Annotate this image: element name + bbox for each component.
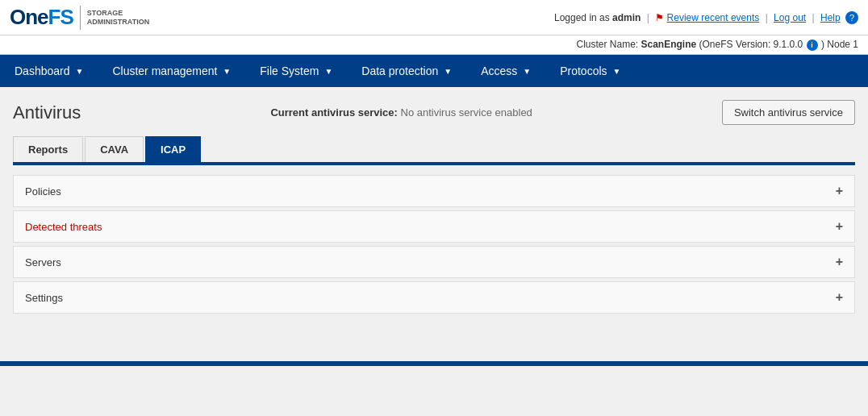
nav-file-system[interactable]: File System ▼ xyxy=(245,55,347,87)
bottom-bar xyxy=(0,361,868,366)
nav-access[interactable]: Access ▼ xyxy=(466,55,545,87)
accordion-header-detected-threats[interactable]: Detected threats + xyxy=(14,211,854,242)
nav-dashboard[interactable]: Dashboard ▼ xyxy=(0,55,98,87)
chevron-down-icon: ▼ xyxy=(523,67,531,76)
nav-data-protection[interactable]: Data protection ▼ xyxy=(347,55,466,87)
accordion-label-detected-threats: Detected threats xyxy=(25,221,102,233)
chevron-down-icon: ▼ xyxy=(223,67,231,76)
review-events-link[interactable]: Review recent events xyxy=(667,12,760,23)
username: admin xyxy=(612,12,641,23)
expand-icon: + xyxy=(836,255,843,269)
accordion-label-servers: Servers xyxy=(25,256,61,268)
accordion-header-settings[interactable]: Settings + xyxy=(14,282,854,313)
chevron-down-icon: ▼ xyxy=(444,67,452,76)
tab-reports[interactable]: Reports xyxy=(13,136,83,162)
cluster-bar: Cluster Name: ScanEngine (OneFS Version:… xyxy=(0,35,868,55)
switch-antivirus-button[interactable]: Switch antivirus service xyxy=(722,100,855,125)
accordion-servers: Servers + xyxy=(13,246,855,278)
logo-area: OneFS STORAGE ADMINISTRATION xyxy=(10,5,149,30)
expand-icon: + xyxy=(836,219,843,234)
tab-cava[interactable]: CAVA xyxy=(85,136,144,162)
chevron-down-icon: ▼ xyxy=(76,67,84,76)
user-info: Logged in as admin | ⚑ Review recent eve… xyxy=(554,11,858,24)
expand-icon: + xyxy=(836,290,843,305)
content-area: Antivirus Current antivirus service: No … xyxy=(0,87,868,345)
accordion-label-policies: Policies xyxy=(25,185,61,198)
current-service-value: No antivirus service enabled xyxy=(401,106,532,119)
page-title: Antivirus xyxy=(13,102,81,123)
cluster-label: Cluster Name: xyxy=(576,39,641,50)
info-icon[interactable]: i xyxy=(807,40,818,51)
flag-icon: ⚑ xyxy=(655,12,664,23)
antivirus-header: Antivirus Current antivirus service: No … xyxy=(13,100,855,125)
accordion-policies: Policies + xyxy=(13,175,855,207)
nav-bar: Dashboard ▼ Cluster management ▼ File Sy… xyxy=(0,55,868,87)
current-service-label: Current antivirus service: xyxy=(270,106,398,119)
accordion-label-settings: Settings xyxy=(25,292,63,304)
tab-underline xyxy=(13,162,855,165)
chevron-down-icon: ▼ xyxy=(613,67,621,76)
accordion-header-policies[interactable]: Policies + xyxy=(14,176,854,206)
logout-link[interactable]: Log out xyxy=(774,12,806,23)
accordion-header-servers[interactable]: Servers + xyxy=(14,247,854,277)
tab-icap[interactable]: ICAP xyxy=(145,136,201,162)
cluster-name: ScanEngine xyxy=(641,39,697,50)
nav-cluster-management[interactable]: Cluster management ▼ xyxy=(98,55,245,87)
help-link[interactable]: Help xyxy=(820,12,841,23)
accordion-detected-threats: Detected threats + xyxy=(13,210,855,243)
node-text: ) Node 1 xyxy=(821,39,858,50)
logo-divider xyxy=(80,6,81,30)
tab-bar: Reports CAVA ICAP xyxy=(13,136,855,162)
help-icon: ? xyxy=(845,11,858,24)
logo-subtitle: STORAGE ADMINISTRATION xyxy=(87,9,149,27)
logo: OneFS xyxy=(10,5,73,30)
antivirus-service-status: Current antivirus service: No antivirus … xyxy=(270,106,532,119)
top-bar: OneFS STORAGE ADMINISTRATION Logged in a… xyxy=(0,0,868,35)
nav-protocols[interactable]: Protocols ▼ xyxy=(545,55,635,87)
version-text: (OneFS Version: 9.1.0.0 xyxy=(699,39,803,50)
chevron-down-icon: ▼ xyxy=(324,67,332,76)
logged-in-text: Logged in as xyxy=(554,12,612,23)
expand-icon: + xyxy=(836,184,843,198)
accordion-settings: Settings + xyxy=(13,281,855,314)
